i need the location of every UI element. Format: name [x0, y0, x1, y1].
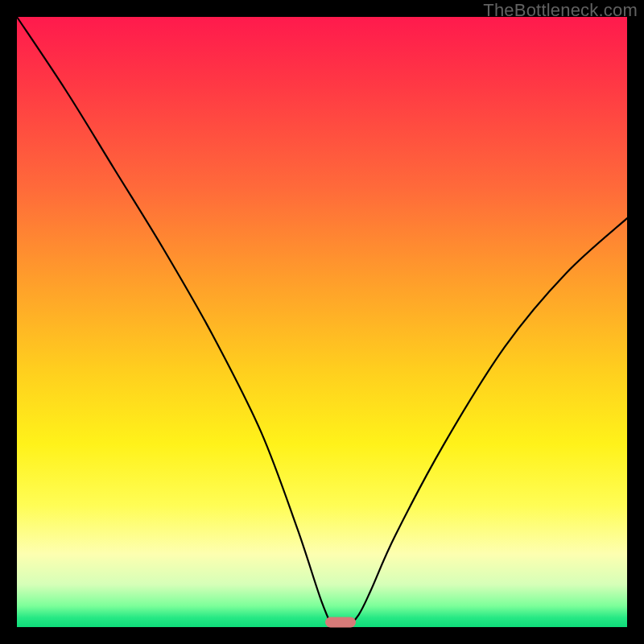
bottleneck-curve: [17, 17, 627, 627]
watermark-text: TheBottleneck.com: [483, 0, 638, 21]
chart-frame: TheBottleneck.com: [0, 0, 644, 644]
plot-area: [17, 17, 627, 627]
valley-marker: [325, 617, 356, 627]
curve-path: [17, 17, 627, 630]
